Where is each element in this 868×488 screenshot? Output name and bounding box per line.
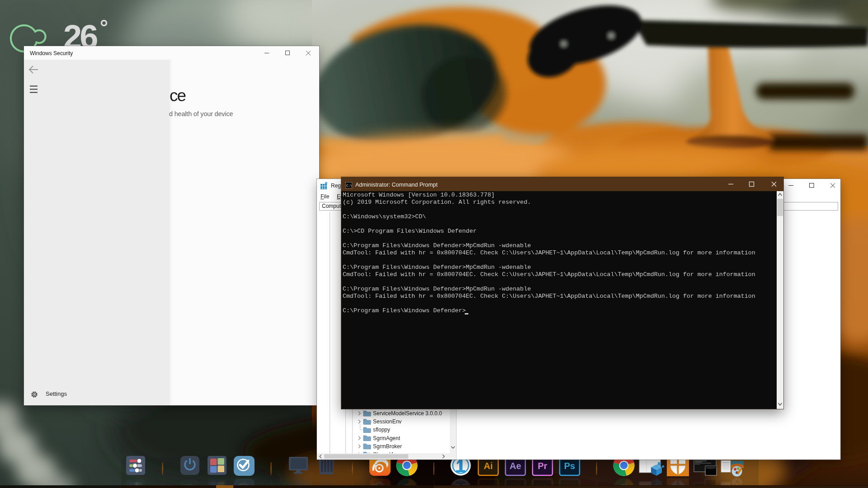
svg-text:SgrmBroker: SgrmBroker xyxy=(373,443,402,450)
svg-text:sfloppy: sfloppy xyxy=(373,427,390,433)
svg-text:Ae: Ae xyxy=(509,461,521,471)
svg-text:C:\: C:\ xyxy=(346,184,352,188)
svg-text:ServiceModelService 3.0.0.0: ServiceModelService 3.0.0.0 xyxy=(373,410,442,417)
svg-text:Ai: Ai xyxy=(484,461,493,471)
svg-text:Pr: Pr xyxy=(538,461,547,471)
svg-text:SessionEnv: SessionEnv xyxy=(373,418,401,425)
svg-text:Ps: Ps xyxy=(564,461,575,471)
svg-text:SgrmAgent: SgrmAgent xyxy=(373,435,401,441)
